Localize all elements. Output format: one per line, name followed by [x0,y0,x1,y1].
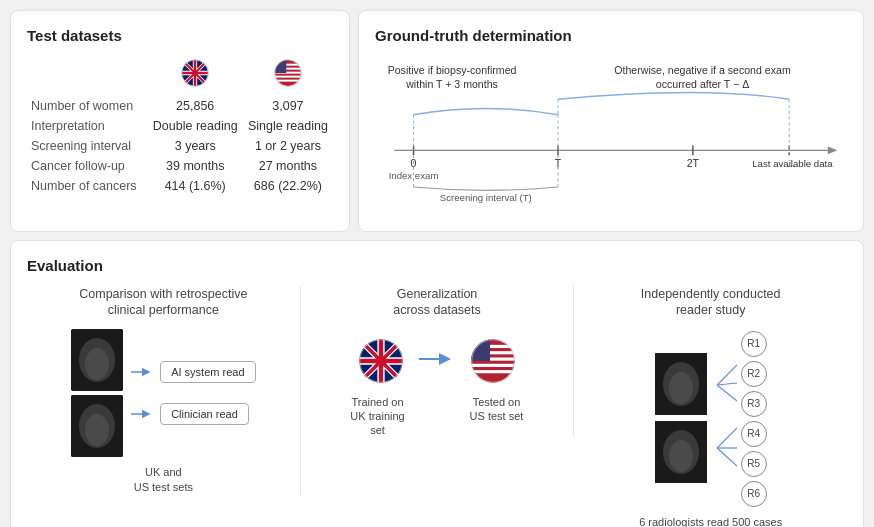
table-row: Screening interval 3 years 1 or 2 years [27,136,333,156]
uk-flag-group [359,339,403,383]
eval-panel-2: Generalizationacross datasets [301,286,575,437]
top-row: Test datasets [10,10,864,232]
mammogram-stack [71,329,123,457]
svg-text:Screening interval (T): Screening interval (T) [440,192,532,203]
reader-bubbles: R1 R2 R3 R4 R5 R6 [741,331,767,507]
test-datasets-card: Test datasets [10,10,350,232]
panel2-diagram [359,339,515,383]
uk-value: 39 months [148,156,243,176]
eval-panel-3-title: Independently conductedreader study [641,286,781,319]
uk-value: 414 (1.6%) [148,176,243,196]
row-label: Screening interval [27,136,148,156]
us-value: Single reading [243,116,333,136]
datasets-table: Number of women 25,856 3,097 Interpretat… [27,56,333,196]
trained-label: Trained on UK training set [346,395,409,438]
svg-rect-64 [471,363,515,366]
svg-line-74 [717,365,737,385]
table-row: Number of cancers 414 (1.6%) 686 (22.2%) [27,176,333,196]
row-label: Interpretation [27,116,148,136]
clinician-read-box: Clinician read [160,403,249,425]
arrow-down-icon [131,408,155,420]
us-value: 3,097 [243,96,333,116]
svg-line-75 [717,383,737,385]
table-row: Cancer follow-up 39 months 27 months [27,156,333,176]
ground-truth-diagram: Positive if biopsy-confirmed within T + … [375,56,847,211]
svg-point-43 [85,348,109,380]
clinician-arrow-box: Clinician read [131,400,255,428]
ai-system-read-box: AI system read [160,361,255,383]
uk-value: 25,856 [148,96,243,116]
evaluation-card: Evaluation Comparison with retrospective… [10,240,864,527]
svg-text:Otherwise, negative if a secon: Otherwise, negative if a second exam [614,64,791,76]
arrows-boxes: AI system read Clinician read [131,358,255,428]
table-row: Number of women 25,856 3,097 [27,96,333,116]
reader-r2: R2 [741,361,767,387]
svg-line-79 [717,448,737,466]
svg-text:2T: 2T [687,157,700,169]
table-row: Interpretation Double reading Single rea… [27,116,333,136]
panel2-labels: Trained on UK training set Tested on US … [346,391,528,438]
reader-r1: R1 [741,331,767,357]
reader-lines-icon [717,353,737,483]
reader-r5: R5 [741,451,767,477]
tested-label: Tested on US test set [465,395,528,438]
evaluation-title: Evaluation [27,257,847,274]
ground-truth-title: Ground-truth determination [375,27,847,44]
generalization-arrow [419,349,455,373]
svg-text:Last available data: Last available data [752,158,833,169]
reader-r3: R3 [741,391,767,417]
svg-line-77 [717,428,737,448]
panel3-bottom-label: 6 radiologists read 500 cases from US te… [639,515,782,528]
mammo-image-1 [71,329,123,391]
svg-text:Positive if biopsy-confirmed: Positive if biopsy-confirmed [388,64,517,76]
svg-rect-65 [471,370,515,373]
ai-arrow-box: AI system read [131,358,255,386]
svg-rect-66 [471,339,490,361]
eval-panel-1-title: Comparison with retrospectiveclinical pe… [79,286,247,319]
svg-point-70 [669,372,693,404]
uk-flag-icon [181,59,209,87]
row-label: Number of women [27,96,148,116]
mammo-image-2 [71,395,123,457]
row-label: Cancer follow-up [27,156,148,176]
svg-point-73 [669,440,693,472]
arrow-up-icon [131,366,155,378]
us-value: 27 months [243,156,333,176]
eval-content: Comparison with retrospectiveclinical pe… [27,286,847,527]
panel3-diagram: R1 R2 R3 R4 R5 R6 [655,329,767,507]
test-datasets-title: Test datasets [27,27,333,44]
us-flag-group [471,339,515,383]
svg-point-46 [85,414,109,446]
main-container: Test datasets [10,10,864,527]
eval-panel-3: Independently conductedreader study [574,286,847,527]
svg-rect-14 [275,76,301,78]
us-value: 1 or 2 years [243,136,333,156]
uk-value: Double reading [148,116,243,136]
panel2-us-flag [471,339,515,383]
mammo-reader-2 [655,421,707,483]
svg-line-76 [717,385,737,401]
reader-r4: R4 [741,421,767,447]
us-flag-icon [274,59,302,87]
svg-text:within T + 3 months: within T + 3 months [405,78,498,90]
panel1-diagram: AI system read Clinician read [71,329,255,457]
reader-r6: R6 [741,481,767,507]
panel2-uk-flag [359,339,403,383]
svg-rect-15 [275,80,301,82]
row-label: Number of cancers [27,176,148,196]
uk-value: 3 years [148,136,243,156]
svg-marker-23 [828,147,838,155]
svg-text:occurred after T − Δ: occurred after T − Δ [656,78,749,90]
ground-truth-card: Ground-truth determination Positive if b… [358,10,864,232]
us-value: 686 (22.2%) [243,176,333,196]
mammo-reader-1 [655,353,707,415]
eval-panel-1: Comparison with retrospectiveclinical pe… [27,286,301,495]
eval-panel-2-title: Generalizationacross datasets [393,286,481,319]
panel1-bottom-label: UK and US test sets [134,465,193,496]
mammo-stack-readers [655,353,713,483]
